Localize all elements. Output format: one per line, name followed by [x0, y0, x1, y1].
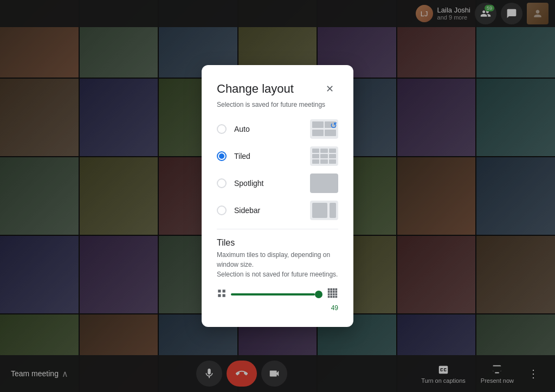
- modal-divider: [217, 229, 338, 229]
- layout-option-spotlight[interactable]: Spotlight: [217, 173, 338, 193]
- tiles-slider[interactable]: [231, 293, 322, 295]
- change-layout-modal: Change layout ✕ Selection is saved for f…: [202, 65, 353, 327]
- modal-header: Change layout ✕: [217, 80, 338, 98]
- grid-small-icon: [217, 288, 227, 301]
- layout-label-sidebar: Sidebar: [234, 206, 260, 215]
- layout-label-auto: Auto: [234, 125, 250, 133]
- tiles-section-title: Tiles: [217, 238, 338, 248]
- layout-option-auto[interactable]: Auto ↺: [217, 119, 338, 139]
- close-button[interactable]: ✕: [321, 80, 338, 98]
- layout-label-spotlight: Spotlight: [234, 179, 263, 188]
- radio-sidebar[interactable]: [217, 205, 227, 215]
- layout-label-tiled: Tiled: [234, 152, 250, 160]
- radio-tiled[interactable]: [217, 151, 227, 161]
- grid-large-icon: [326, 287, 338, 302]
- modal-title: Change layout: [217, 82, 294, 96]
- layout-icon-auto: ↺: [310, 119, 338, 139]
- tiles-description: Maximum tiles to display, depending on w…: [217, 250, 338, 279]
- layout-option-sidebar[interactable]: Sidebar: [217, 201, 338, 220]
- modal-subtitle: Selection is saved for future meetings: [217, 101, 338, 108]
- layout-icon-tiled: [310, 146, 338, 166]
- auto-arrow-icon: ↺: [330, 120, 337, 131]
- slider-thumb: [315, 291, 322, 298]
- slider-fill: [231, 293, 315, 295]
- radio-spotlight[interactable]: [217, 178, 227, 188]
- layout-icon-spotlight: [310, 173, 338, 193]
- layout-option-tiled[interactable]: Tiled: [217, 146, 338, 166]
- tiles-value: 49: [217, 304, 338, 312]
- modal-overlay: Change layout ✕ Selection is saved for f…: [0, 0, 555, 392]
- layout-icon-sidebar: [310, 201, 338, 220]
- radio-auto[interactable]: [217, 124, 227, 134]
- tiles-slider-row: [217, 287, 338, 302]
